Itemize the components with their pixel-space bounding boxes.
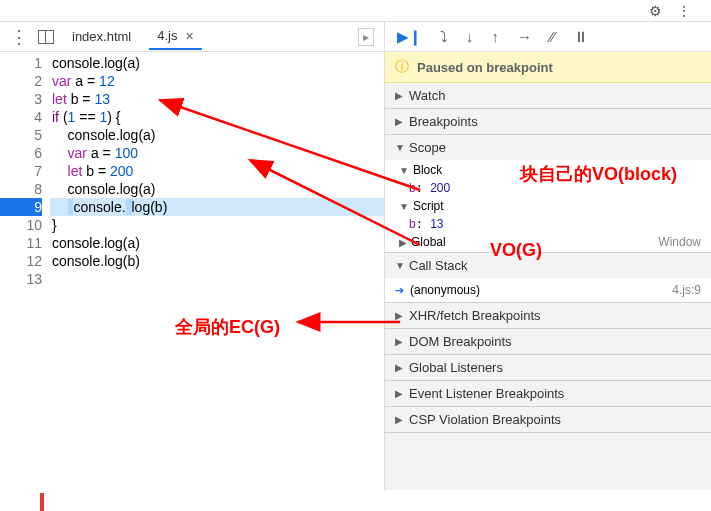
listeners-section[interactable]: ▶Global Listeners bbox=[385, 355, 711, 380]
script-var: b: 13 bbox=[385, 216, 711, 232]
pause-exceptions-icon[interactable]: ⏸ bbox=[573, 28, 588, 45]
info-icon: ⓘ bbox=[395, 58, 409, 76]
scope-script[interactable]: ▼Script bbox=[385, 196, 711, 216]
menu-icon[interactable]: ⋮ bbox=[677, 3, 691, 19]
line-gutter: 12345678910111213 bbox=[0, 52, 50, 490]
code-editor[interactable]: 12345678910111213 console.log(a)var a = … bbox=[0, 52, 384, 490]
tab-4js[interactable]: 4.js ✕ bbox=[149, 23, 202, 50]
settings-icon[interactable]: ⚙ bbox=[649, 3, 662, 19]
scope-block[interactable]: ▼Block bbox=[385, 160, 711, 180]
csp-section[interactable]: ▶CSP Violation Breakpoints bbox=[385, 407, 711, 432]
step-out-icon[interactable]: ↑ bbox=[492, 28, 500, 45]
breakpoints-section[interactable]: ▶Breakpoints bbox=[385, 109, 711, 134]
paused-message: Paused on breakpoint bbox=[417, 60, 553, 75]
frame-pointer-icon: ➔ bbox=[395, 284, 404, 297]
bottom-marker bbox=[40, 493, 44, 511]
close-icon[interactable]: ✕ bbox=[185, 30, 194, 42]
watch-section[interactable]: ▶Watch bbox=[385, 83, 711, 108]
tab-index-html[interactable]: index.html bbox=[64, 24, 139, 49]
top-toolbar: ⚙ ⋮ bbox=[0, 0, 711, 22]
callstack-section[interactable]: ▼Call Stack bbox=[385, 253, 711, 278]
navigator-icon[interactable] bbox=[38, 30, 54, 44]
code-lines: console.log(a)var a = 12let b = 13if (1 … bbox=[50, 52, 384, 490]
step-icon[interactable]: → bbox=[517, 28, 532, 45]
step-over-icon[interactable]: ⤵ bbox=[440, 28, 448, 45]
sources-pane: ⋮ index.html 4.js ✕ ▸ 12345678910111213 … bbox=[0, 22, 385, 490]
dom-section[interactable]: ▶DOM Breakpoints bbox=[385, 329, 711, 354]
file-tabs: ⋮ index.html 4.js ✕ ▸ bbox=[0, 22, 384, 52]
tab-menu-icon[interactable]: ⋮ bbox=[10, 26, 28, 48]
resume-icon[interactable]: ▶❙ bbox=[397, 28, 422, 46]
deactivate-icon[interactable]: ⁄⁄ bbox=[550, 28, 555, 45]
block-var: b: 200 bbox=[385, 180, 711, 196]
callstack-frame[interactable]: ➔ (anonymous) 4.js:9 bbox=[385, 278, 711, 302]
debugger-pane: ▶❙ ⤵ ↓ ↑ → ⁄⁄ ⏸ ⓘ Paused on breakpoint ▶… bbox=[385, 22, 711, 490]
run-icon[interactable]: ▸ bbox=[358, 28, 374, 46]
debugger-toolbar: ▶❙ ⤵ ↓ ↑ → ⁄⁄ ⏸ bbox=[385, 22, 711, 52]
xhr-section[interactable]: ▶XHR/fetch Breakpoints bbox=[385, 303, 711, 328]
step-into-icon[interactable]: ↓ bbox=[466, 28, 474, 45]
paused-banner: ⓘ Paused on breakpoint bbox=[385, 52, 711, 83]
scope-section[interactable]: ▼Scope bbox=[385, 135, 711, 160]
scope-global[interactable]: ▶GlobalWindow bbox=[385, 232, 711, 252]
events-section[interactable]: ▶Event Listener Breakpoints bbox=[385, 381, 711, 406]
